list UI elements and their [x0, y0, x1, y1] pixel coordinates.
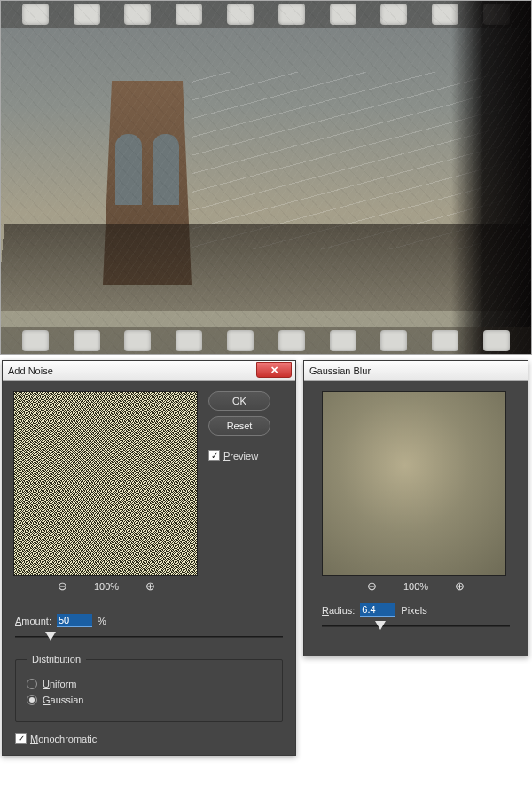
- radio-icon: [27, 695, 37, 705]
- gaussian-titlebar[interactable]: Gaussian Blur: [304, 361, 528, 381]
- radius-input[interactable]: [360, 603, 395, 617]
- zoom-value: 100%: [94, 581, 119, 592]
- preview-checkbox[interactable]: ✓ Preview: [208, 450, 270, 461]
- zoom-out-icon[interactable]: ⊖: [58, 579, 67, 593]
- amount-input[interactable]: [57, 614, 92, 627]
- zoom-value: 100%: [403, 581, 428, 592]
- blur-preview-canvas: [322, 391, 506, 576]
- bridge-film-preview: [0, 0, 532, 355]
- gaussian-radio[interactable]: Gaussian: [27, 695, 271, 705]
- noise-preview-canvas: [13, 391, 198, 576]
- preview-label-rest: review: [230, 451, 258, 461]
- add-noise-title: Add Noise: [8, 365, 53, 376]
- radius-label: Radius:: [322, 605, 355, 616]
- add-noise-titlebar[interactable]: Add Noise ✕: [3, 361, 295, 381]
- amount-label: Amount:: [15, 616, 51, 626]
- checkbox-icon: ✓: [208, 450, 220, 461]
- film-sprockets-bottom: [1, 327, 531, 354]
- slider-thumb[interactable]: [45, 632, 56, 641]
- uniform-radio[interactable]: Uniform: [27, 679, 271, 689]
- zoom-in-icon[interactable]: ⊕: [145, 579, 155, 593]
- distribution-legend: Distribution: [27, 654, 86, 664]
- slider-thumb[interactable]: [375, 621, 386, 630]
- radius-unit: Pixels: [401, 605, 426, 616]
- gaussian-title: Gaussian Blur: [309, 365, 371, 376]
- checkbox-icon: ✓: [15, 733, 27, 744]
- ok-button[interactable]: OK: [208, 391, 270, 411]
- add-noise-dialog: Add Noise ✕ ⊖ 100% ⊕ OK Reset ✓ Preview: [2, 360, 296, 756]
- zoom-in-icon[interactable]: ⊕: [455, 579, 465, 593]
- reset-button[interactable]: Reset: [208, 416, 270, 436]
- close-icon: ✕: [270, 365, 278, 376]
- close-button[interactable]: ✕: [256, 362, 292, 378]
- gaussian-blur-dialog: Gaussian Blur ⊖ 100% ⊕ Radius: Pixels: [303, 360, 528, 656]
- distribution-group: Distribution Uniform Gaussian: [15, 654, 283, 722]
- radius-slider[interactable]: [322, 620, 510, 633]
- zoom-out-icon[interactable]: ⊖: [367, 579, 377, 593]
- radio-icon: [27, 679, 37, 689]
- amount-slider[interactable]: [15, 631, 283, 643]
- amount-unit: %: [98, 616, 106, 626]
- monochromatic-checkbox[interactable]: ✓ Monochromatic: [15, 733, 283, 744]
- film-burn-edge: [451, 1, 531, 354]
